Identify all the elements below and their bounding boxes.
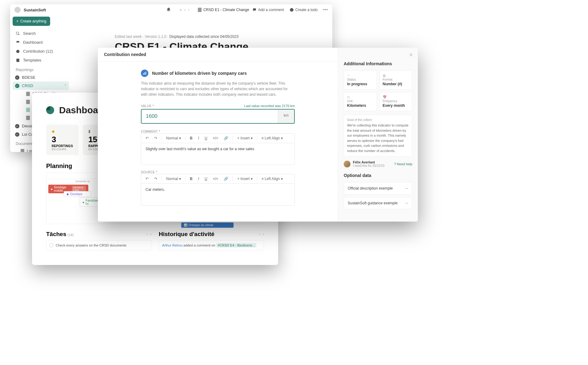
link-icon[interactable]: 🔗 (222, 176, 230, 182)
workspace-name[interactable]: SustainSoft (24, 8, 163, 12)
source-editor[interactable]: Car meters. (141, 183, 295, 206)
code-icon[interactable]: </> (212, 176, 219, 182)
indicator-description: This indicator aims at measuring the dis… (141, 81, 295, 97)
insert-select[interactable]: + Insert ▾ (236, 176, 254, 182)
add-comment-button[interactable]: Add a comment (252, 8, 284, 12)
gantt-bar-fresque[interactable]: 📊 Fresque du climat (181, 223, 234, 228)
tree-bdese[interactable]: ✓BDESE (13, 73, 69, 82)
checkbox[interactable] (50, 243, 53, 247)
check-icon: ✓ (15, 132, 19, 137)
modal-body: Number of kilometers driven by company c… (98, 62, 338, 222)
value-input-group: km (141, 109, 295, 124)
bar-chart-icon (141, 70, 148, 77)
need-help-link[interactable]: ? Need help (394, 162, 412, 166)
redo-icon[interactable]: ↷ (153, 135, 158, 141)
code-icon[interactable]: </> (212, 135, 219, 141)
link-icon[interactable]: 🔗 (222, 135, 230, 141)
next-icon[interactable]: › (263, 232, 264, 236)
activity-row[interactable]: Arthur Retrou added a comment on #CRSD E… (159, 240, 264, 251)
optional-link-2[interactable]: SustainSoft guidance exemple→ (344, 197, 412, 209)
check-icon: ✓ (15, 84, 19, 88)
close-icon[interactable]: ✕ (409, 52, 413, 58)
search-icon (16, 31, 20, 36)
pie-chart-icon (46, 106, 54, 114)
nav-collapse-icon[interactable]: « (180, 8, 182, 12)
app-header: SustainSoft « ‹ › CRSD E1 - Climate Chan… (10, 4, 332, 15)
svg-point-1 (16, 32, 19, 34)
document-icon (26, 100, 30, 104)
calendar-icon: 📅 (383, 95, 409, 99)
prev-icon[interactable]: ‹ (146, 232, 148, 236)
nav-forward-icon[interactable]: › (188, 8, 189, 12)
document-icon (26, 116, 30, 120)
svg-rect-5 (143, 73, 144, 75)
undo-icon[interactable]: ↶ (144, 135, 150, 141)
breadcrumb-title: CRSD E1 - Climate Change (203, 8, 249, 12)
redo-icon[interactable]: ↷ (153, 176, 158, 182)
info-grid: 〰StatusIn progress ▦FormatNumber (#) ⚖Un… (344, 70, 412, 111)
format-select[interactable]: Normal ▾ (165, 135, 182, 141)
value-input[interactable] (142, 110, 278, 123)
svg-point-0 (290, 8, 294, 12)
insert-select[interactable]: + Insert ▾ (236, 135, 254, 141)
tasks-column: Tâches(14) ‹› Check every answers on the… (46, 231, 151, 251)
unit-icon: ⚖ (347, 95, 374, 99)
task-row[interactable]: Check every answers on the CRSD document… (46, 240, 151, 251)
goal-card: Goal of the collect We're collecting thi… (344, 115, 412, 157)
optional-link-1[interactable]: Official description exemple→ (344, 182, 412, 195)
breadcrumb[interactable]: CRSD E1 - Climate Change (198, 8, 249, 12)
format-select[interactable]: Normal ▾ (165, 176, 182, 182)
workspace-avatar[interactable] (14, 7, 21, 13)
modal-header: Contribution needed (98, 48, 338, 62)
info-status: 〰StatusIn progress (344, 70, 377, 90)
last-value-hint: Last value recorded was 2170 km (244, 104, 295, 108)
comment-label: COMMENT * (141, 130, 295, 133)
create-todo-button[interactable]: Create a todo (290, 8, 318, 12)
arrow-right-icon: → (405, 186, 408, 191)
italic-icon[interactable]: I (197, 135, 200, 141)
gantt-bar-duodays[interactable]: ◆ Duodays (64, 191, 91, 197)
document-icon (26, 108, 30, 112)
indicator-title: Number of kilometers driven by company c… (152, 71, 247, 76)
italic-icon[interactable]: I (197, 176, 200, 182)
template-icon (16, 58, 20, 62)
prev-icon[interactable]: ‹ (259, 232, 260, 236)
gauge-icon (16, 40, 20, 45)
info-frequency: 📅FrequencyEvery month (379, 92, 413, 111)
nav-back-icon[interactable]: ‹ (184, 8, 186, 12)
stat-card-reportings[interactable]: ◆ 3 REPORTINGS EN COURS (46, 125, 78, 155)
more-icon[interactable]: ••• (323, 8, 328, 12)
modal-title: Contribution needed (104, 52, 146, 57)
bold-icon[interactable]: B (189, 176, 194, 182)
check-icon: ✓ (15, 75, 19, 80)
document-icon (21, 149, 24, 152)
svg-rect-7 (146, 72, 146, 75)
check-icon: ✓ (15, 124, 19, 128)
align-select[interactable]: ≡ Left Align ▾ (260, 176, 284, 182)
nav-dashboard[interactable]: Dashboard (13, 38, 69, 47)
next-icon[interactable]: › (150, 232, 151, 236)
indicator-header: Number of kilometers driven by company c… (141, 70, 295, 77)
underline-icon[interactable]: U (203, 176, 209, 182)
underline-icon[interactable]: U (203, 135, 209, 141)
tree-crsd[interactable]: ✓CRSD⌃ (13, 82, 69, 90)
align-select[interactable]: ≡ Left Align ▾ (260, 135, 284, 141)
header-actions: Add a comment Create a todo ••• (252, 8, 328, 12)
comment-editor[interactable]: Slightly over last month's value as we b… (141, 143, 295, 165)
tasks-pager: ‹› (146, 232, 151, 236)
nav-arrows: « ‹ › (180, 8, 189, 12)
bold-icon[interactable]: B (189, 135, 194, 141)
requester-row: Félix Averlant I need this for 25/12/23 … (344, 160, 412, 167)
undo-icon[interactable]: ↶ (144, 176, 150, 182)
nav-contribution[interactable]: Contribution (12) (13, 47, 69, 56)
document-icon (198, 8, 202, 12)
bell-icon[interactable] (166, 7, 171, 12)
tasks-title: Tâches (46, 231, 66, 237)
create-anything-button[interactable]: + Create anything (13, 17, 50, 26)
nav-templates[interactable]: Templates (13, 56, 69, 65)
badge-icon: ◆ (52, 129, 73, 134)
chevron-up-icon[interactable]: ⌃ (64, 84, 66, 87)
comment-toolbar: ↶ ↷ Normal ▾ B I U </> 🔗 + Insert ▾ ≡ Le… (141, 133, 295, 143)
nav-search[interactable]: Search (13, 29, 69, 38)
value-label: VALUE * (141, 104, 154, 108)
